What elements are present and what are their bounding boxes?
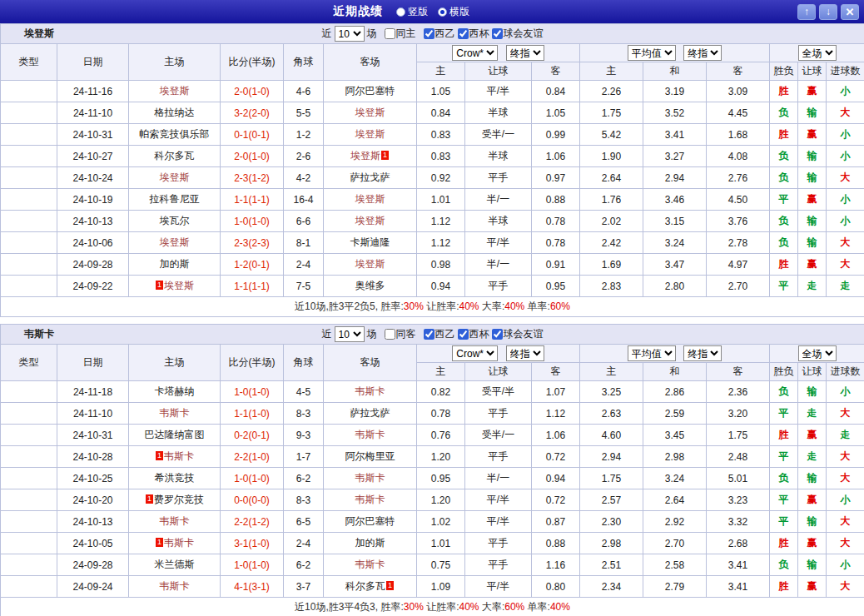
team-name-text: 韦斯卡 [164,537,194,549]
cup-checkbox[interactable] [458,28,469,39]
match-count-select[interactable]: 10 [335,326,365,342]
layout-option-horizontal[interactable]: 横版 [438,5,469,19]
summary-segment: 胜率: [380,301,403,312]
friendly-checkbox[interactable] [492,28,503,39]
odds-final-select[interactable]: 终指 [506,45,544,61]
league-type-cell: 西杯 [1,425,57,446]
scroll-down-button[interactable]: ↓ [819,4,837,20]
score-cell: 3-2(2-0) [221,102,284,124]
summary-segment: 胜率: [380,601,403,613]
score-cell: 1-1(1-1) [221,189,284,211]
layout-option-vertical[interactable]: 竖版 [396,5,428,19]
match-row: 西乙 24-10-13 韦斯卡 2-2(1-2) 6-5 阿尔巴塞特 1.02 … [1,511,864,533]
odds-company-select[interactable]: Crow* [452,345,498,361]
team-name-text: 韦斯卡 [355,494,385,505]
away-team-cell: 埃登斯1 [324,146,417,167]
away-team-cell: 埃登斯 [324,102,417,124]
friendly-checkbox[interactable] [492,329,503,340]
team-name-text: 萨拉戈萨 [350,171,390,183]
date-cell: 24-11-16 [57,81,129,102]
same-venue-checkbox[interactable] [385,329,395,340]
avg-away-cell: 3.41 [707,576,770,598]
league-filter-friendly[interactable]: 球会友谊 [492,27,544,41]
result-wdl-cell: 胜 [770,124,798,146]
handicap-cell: 半球 [465,146,532,167]
radio-horizontal-icon[interactable] [438,7,447,17]
same-venue-filter[interactable]: 同客 [385,327,416,341]
same-venue-checkbox[interactable] [385,28,395,39]
scroll-up-button[interactable]: ↑ [797,4,816,20]
result-goals-cell: 走 [827,425,864,446]
handicap-cell: 平/半 [465,81,532,102]
corner-cell: 8-3 [284,403,324,425]
layout-vertical-label[interactable]: 竖版 [408,5,428,19]
away-team-cell: 埃登斯 [324,254,417,276]
summary-segment: 40% [459,601,479,613]
league-filter-laliga2[interactable]: 西乙 [424,27,455,41]
col-corner: 角球 [284,345,324,381]
corner-cell: 4-6 [284,81,324,102]
team-name-text: 萨拉戈萨 [350,407,390,419]
odds-home-cell: 0.95 [417,468,465,489]
result-handicap-cell: 赢 [798,533,827,554]
league-type-cell: 西乙 [1,446,57,468]
result-handicap-cell: 输 [798,554,827,576]
layout-horizontal-label[interactable]: 横版 [449,5,469,19]
date-cell: 24-11-10 [57,102,129,124]
summary-segment: 60% [550,301,570,312]
col-result-goals: 进球数 [827,62,864,81]
match-row: 西乙 24-09-28 米兰德斯 1-0(1-0) 6-2 韦斯卡 0.75 平… [1,554,864,576]
handicap-cell: 半/一 [465,189,532,211]
close-button[interactable]: ✕ [841,4,859,20]
away-team-cell: 埃登斯 [324,211,417,232]
league-filter-cup[interactable]: 西杯 [458,327,489,341]
team-name-text: 韦斯卡 [355,472,385,484]
odds-final-select[interactable]: 终指 [506,345,544,361]
odds-away-cell: 0.72 [532,489,580,511]
league-filter-friendly[interactable]: 球会友谊 [492,327,544,341]
avg-final-select[interactable]: 终指 [683,345,722,361]
date-cell: 24-09-28 [57,554,129,576]
match-row: 西乙 24-10-27 科尔多瓦 2-0(1-0) 2-6 埃登斯1 0.83 … [1,146,864,167]
team-name-text: 韦斯卡 [355,385,385,397]
scope-select[interactable]: 全场 [798,345,837,361]
date-cell: 24-11-18 [57,381,129,403]
odds-away-cell: 0.87 [532,511,580,533]
league-type-cell: 西乙 [1,468,57,489]
summary-segment: 40% [550,601,570,613]
corner-cell: 6-6 [284,211,324,232]
avg-select[interactable]: 平均值 [628,45,676,61]
odds-company-select[interactable]: Crow* [452,45,498,61]
result-wdl-cell: 负 [770,146,798,167]
same-venue-filter[interactable]: 同主 [385,27,416,41]
score-cell: 1-0(1-0) [221,468,284,489]
avg-home-cell: 2.98 [580,533,643,554]
score-cell: 1-0(1-0) [221,211,284,232]
avg-select[interactable]: 平均值 [628,345,676,361]
result-wdl-cell: 负 [770,381,798,403]
league-filter-cup[interactable]: 西杯 [458,27,489,41]
home-team-cell: 拉科鲁尼亚 [129,189,221,211]
col-odds-away: 客 [532,363,580,381]
scope-select[interactable]: 全场 [798,45,837,61]
result-wdl-cell: 负 [770,167,798,189]
col-avg-away: 客 [707,363,770,381]
league-checkbox[interactable] [424,28,434,39]
team-name-text: 埃登斯 [355,215,385,226]
league-filter-laliga2[interactable]: 西乙 [424,327,455,341]
result-goals-cell: 大 [827,167,864,189]
away-team-cell: 埃登斯 [324,124,417,146]
radio-vertical-icon[interactable] [396,7,405,17]
date-cell: 24-10-20 [57,489,129,511]
avg-final-select[interactable]: 终指 [683,45,722,61]
up-arrow-icon: ↑ [804,7,809,17]
avg-draw-cell: 3.41 [643,124,707,146]
score-cell: 4-1(3-1) [221,576,284,598]
handicap-cell: 平手 [465,276,532,297]
match-row: 西乙 24-09-22 1埃登斯 1-1(1-1) 7-5 奥维多 0.94 平… [1,276,864,297]
league-checkbox[interactable] [424,329,434,340]
summary-segment: 60% [504,601,524,613]
match-row: 西杯 24-10-31 帕索竞技俱乐部 0-1(0-1) 1-2 埃登斯 0.8… [1,124,864,146]
cup-checkbox[interactable] [458,329,469,340]
match-count-select[interactable]: 10 [335,26,365,42]
